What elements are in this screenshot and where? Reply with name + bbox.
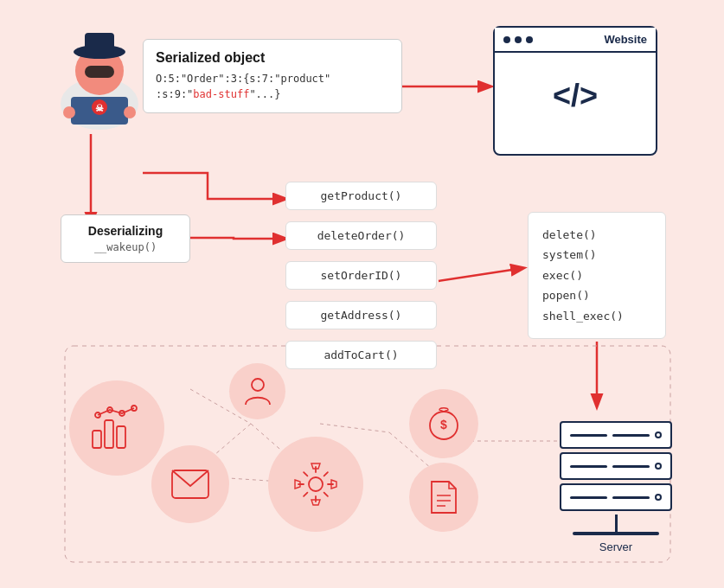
code-brackets: </> xyxy=(553,78,598,114)
website-header: Website xyxy=(495,28,656,53)
svg-text:$: $ xyxy=(440,418,447,431)
server-unit-1 xyxy=(560,421,672,449)
serialized-object-box: Serialized object O:5:"Order":3:{s:7:"pr… xyxy=(143,39,402,113)
exec-line-4: popen() xyxy=(542,285,651,305)
svg-point-28 xyxy=(252,379,264,391)
email-circle xyxy=(151,445,229,523)
server-line xyxy=(570,465,607,468)
server-base xyxy=(573,532,659,535)
server-container: Server xyxy=(560,421,672,553)
dot3 xyxy=(526,36,533,43)
svg-point-20 xyxy=(124,106,136,118)
exec-line-5: shell_exec() xyxy=(542,306,651,326)
svg-text:☠: ☠ xyxy=(95,103,104,113)
exec-line-1: delete() xyxy=(542,225,651,245)
deserializing-box: Deserializing __wakeup() xyxy=(61,214,190,263)
website-label: Website xyxy=(604,33,647,46)
svg-rect-23 xyxy=(117,426,125,448)
hacker-figure: ☠ xyxy=(52,26,138,121)
server-stack xyxy=(560,421,672,514)
website-box: Website </> xyxy=(493,26,657,156)
server-line xyxy=(612,434,650,437)
server-unit-2 xyxy=(560,452,672,480)
svg-line-6 xyxy=(320,424,389,432)
deserializing-sub: __wakeup() xyxy=(72,241,179,253)
server-line xyxy=(612,496,650,499)
dot2 xyxy=(515,36,522,43)
money-circle: $ xyxy=(409,389,478,458)
server-line xyxy=(612,465,650,468)
svg-rect-15 xyxy=(85,66,114,78)
svg-rect-22 xyxy=(105,420,113,448)
server-dot xyxy=(655,431,662,438)
serialized-code: O:5:"Order":3:{s:7:"product" :s:9:"bad-s… xyxy=(156,71,389,102)
deserializing-title: Deserializing xyxy=(72,224,179,238)
method-get-address: getAddress() xyxy=(285,301,437,329)
chart-circle xyxy=(69,380,164,476)
exec-box: delete() system() exec() popen() shell_e… xyxy=(528,212,666,339)
method-set-order-id: setOrderID() xyxy=(285,261,437,290)
gear-circle xyxy=(268,437,363,532)
exec-line-3: exec() xyxy=(542,265,651,285)
svg-rect-14 xyxy=(85,33,114,54)
serialized-title: Serialized object xyxy=(156,50,389,66)
server-unit-3 xyxy=(560,483,672,511)
server-line xyxy=(570,496,607,499)
server-dot xyxy=(655,494,662,501)
user-circle xyxy=(229,363,285,419)
svg-point-30 xyxy=(309,477,323,491)
svg-point-19 xyxy=(63,106,75,118)
svg-line-1 xyxy=(439,268,523,281)
svg-rect-21 xyxy=(93,431,101,448)
method-get-product: getProduct() xyxy=(285,182,437,210)
method-add-to-cart: addToCart() xyxy=(285,341,437,369)
server-line xyxy=(570,434,607,437)
website-content: </> xyxy=(495,53,656,139)
method-delete-order: deleteOrder() xyxy=(285,221,437,250)
exec-line-2: system() xyxy=(542,245,651,265)
dot1 xyxy=(503,36,510,43)
server-label: Server xyxy=(599,540,632,553)
document-circle xyxy=(409,463,478,532)
server-stem xyxy=(615,514,618,532)
server-dot xyxy=(655,463,662,470)
